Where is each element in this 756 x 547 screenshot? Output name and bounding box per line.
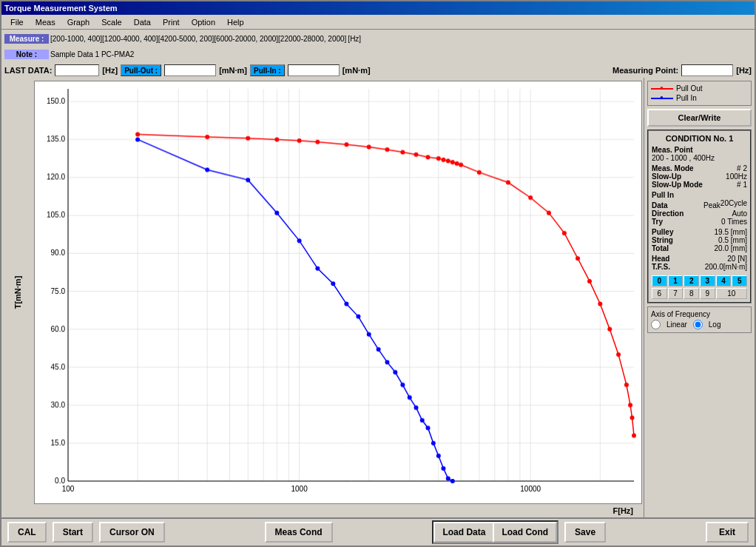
pullin-value-input[interactable] [288,64,340,76]
chart-canvas [35,81,641,503]
pullin-button[interactable]: Pull-In : [250,64,285,76]
radio-row: Linear Log [651,320,748,329]
log-label: Log [709,321,721,329]
menu-scale[interactable]: Scale [95,16,128,28]
last-data-label: LAST DATA: [4,66,52,75]
num-btn-7[interactable]: 7 [668,288,684,299]
start-button[interactable]: Start [53,522,93,543]
measuring-point-input[interactable] [681,64,733,76]
pulley-row: Pulley 19.5 [mm] [652,228,747,236]
num-btn-0[interactable]: 0 [652,275,667,286]
slow-up-mode-row: Slow-Up Mode # 1 [652,181,747,189]
pullout-legend: Pull Out [651,84,748,93]
num-btn-6[interactable]: 6 [652,288,667,299]
pullin-legend-label: Pull In [676,94,697,102]
pullout-legend-label: Pull Out [676,84,703,93]
total-row: Total 20.0 [mm] [652,244,747,252]
load-data-button[interactable]: Load Data [433,522,493,543]
num-btn-9[interactable]: 9 [700,288,715,299]
freq-axis-box: Axis of Frequency Linear Log [647,306,752,333]
x-axis-label: F[Hz] [613,506,634,515]
menu-data[interactable]: Data [128,16,157,28]
try-row: Try 0 Times [652,218,747,226]
meas-cond-button[interactable]: Meas Cond [265,522,333,543]
meas-mode-row: Meas. Mode # 2 [652,164,747,172]
menu-bar: File Meas Graph Scale Data Print Option … [1,15,755,30]
menu-print[interactable]: Print [157,16,186,28]
measuring-point-label: Measuring Point: [612,66,678,75]
note-label: Note : [4,50,49,59]
measure-hz-unit: [Hz] [348,35,361,43]
exit-button[interactable]: Exit [706,522,749,543]
title-bar: Torque Measurement System [1,1,755,15]
pullout-unit: [mN·m] [219,66,247,75]
linear-label: Linear [666,321,687,329]
pullin-unit: [mN·m] [342,66,371,75]
bottom-bar: CAL Start Cursor ON Meas Cond Load Data … [1,517,755,546]
chart-area [34,81,642,504]
menu-file[interactable]: File [4,16,30,28]
string-row: String 0.5 [mm] [652,236,747,244]
pullout-legend-line [651,88,673,90]
num-btn-5[interactable]: 5 [732,275,747,286]
last-data-hz-input[interactable] [55,64,99,76]
clear-write-button[interactable]: Clear/Write [647,109,752,127]
note-text: Sample Data 1 PC-PMA2 [50,50,134,58]
menu-graph[interactable]: Graph [61,16,96,28]
right-panel: Pull Out Pull In Clear/Write CONDITION N… [644,78,755,517]
title-text: Torque Measurement System [4,4,118,13]
menu-help[interactable]: Help [221,16,250,28]
menu-option[interactable]: Option [186,16,221,28]
cal-button[interactable]: CAL [7,522,47,543]
num-btn-10[interactable]: 10 [716,288,747,299]
pullout-button[interactable]: Pull-Out : [121,64,161,76]
last-data-hz-unit: [Hz] [102,66,118,75]
slow-up-row: Slow-Up 100Hz [652,172,747,181]
measuring-hz-unit: [Hz] [736,66,752,75]
head-row: Head 20 [N] [652,255,747,263]
menu-meas[interactable]: Meas [30,16,61,28]
last-data-row: LAST DATA: [Hz] Pull-Out : [mN·m] Pull-I… [1,63,755,78]
number-buttons-row2: 6 7 8 9 10 [652,288,747,299]
direction-row: Direction Auto [652,209,747,218]
pull-in-row: Pull In 20Cycle [652,191,747,199]
linear-radio[interactable] [651,320,661,329]
number-buttons-row1: 0 1 2 3 4 5 [652,275,747,286]
main-content: T[mN·m] F[Hz] Pull Out [1,78,755,517]
y-axis-label: T[mN·m] [13,276,22,309]
num-btn-1[interactable]: 1 [668,275,684,286]
pullout-value-input[interactable] [164,64,216,76]
condition-box: CONDITION No. 1 Meas. Point 200 - 1000 ,… [647,130,752,303]
log-radio[interactable] [693,320,703,329]
num-btn-4[interactable]: 4 [716,275,732,286]
meas-point-row: Meas. Point 200 - 1000 , 400Hz [652,146,747,162]
measure-range-text: [200-1000, 400][1200-4000, 400][4200-500… [50,35,346,43]
condition-title: CONDITION No. 1 [652,134,747,143]
load-cond-button[interactable]: Load Cond [493,522,557,543]
num-btn-2[interactable]: 2 [684,275,699,286]
measure-label: Measure : [4,34,49,44]
num-btn-3[interactable]: 3 [700,275,715,286]
cursor-on-button[interactable]: Cursor ON [99,522,165,543]
measure-row: Measure : [200-1000, 400][1200-4000, 400… [4,31,752,46]
pullin-legend-line [651,98,673,99]
freq-axis-title: Axis of Frequency [651,310,748,318]
pullin-legend: Pull In [651,94,748,102]
toolbar: Measure : [200-1000, 400][1200-4000, 400… [1,30,755,63]
load-group: Load Data Load Cond [432,520,558,544]
note-row: Note : Sample Data 1 PC-PMA2 [4,47,752,61]
save-button[interactable]: Save [564,522,606,543]
tfs-row: T.F.S. 200.0[mN·m] [652,263,747,271]
num-btn-8[interactable]: 8 [684,288,699,299]
